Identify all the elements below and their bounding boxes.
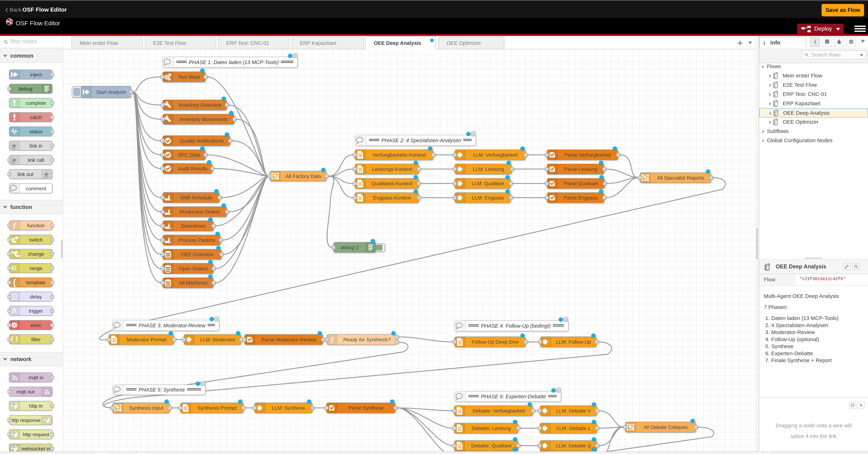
svg-text:range: range bbox=[30, 266, 42, 271]
svg-text:PHASE 4: Follow-Up (bedingt): PHASE 4: Follow-Up (bedingt) bbox=[481, 323, 551, 329]
svg-text:debug 1: debug 1 bbox=[341, 245, 359, 250]
svg-text:Debatte: Verfuegbarkeit: Debatte: Verfuegbarkeit bbox=[472, 408, 525, 414]
svg-text:All Debate Critiques: All Debate Critiques bbox=[644, 424, 688, 430]
svg-text:Synthesis Input: Synthesis Input bbox=[129, 405, 163, 411]
svg-text:PHASE 3: Moderator-Review: PHASE 3: Moderator-Review bbox=[138, 323, 206, 328]
svg-text:comment: comment bbox=[26, 186, 46, 191]
svg-text:Parse Synthese: Parse Synthese bbox=[348, 405, 384, 411]
svg-text:Start Analysis: Start Analysis bbox=[96, 89, 126, 95]
svg-text:complete: complete bbox=[26, 100, 46, 106]
svg-text:Inventory Movements: Inventory Movements bbox=[180, 117, 228, 122]
svg-text:LLM: Engpass: LLM: Engpass bbox=[472, 195, 504, 201]
svg-text:http response: http response bbox=[10, 418, 40, 423]
svg-text:LLM: Qualitaet: LLM: Qualitaet bbox=[472, 181, 504, 186]
svg-text:i: i bbox=[814, 39, 816, 44]
svg-text:PHASE 1: Daten laden (13 MCP-T: PHASE 1: Daten laden (13 MCP-Tools) bbox=[189, 59, 279, 65]
svg-text:OEE Overview: OEE Overview bbox=[181, 252, 214, 257]
svg-text:{: { bbox=[13, 278, 16, 287]
svg-text:Moderator Prompt: Moderator Prompt bbox=[127, 337, 167, 342]
svg-text:exec: exec bbox=[31, 323, 41, 328]
svg-text:LLM: Synthese: LLM: Synthese bbox=[272, 405, 305, 411]
svg-text:change: change bbox=[28, 251, 44, 257]
svg-text:Follow-Up Deep Dive: Follow-Up Deep Dive bbox=[472, 339, 519, 345]
svg-text:All Machines: All Machines bbox=[179, 280, 208, 285]
svg-text:Debatte: Qualitaet: Debatte: Qualitaet bbox=[471, 443, 512, 449]
svg-text:template: template bbox=[26, 280, 45, 285]
svg-text:LLM: Debatte Q: LLM: Debatte Q bbox=[556, 443, 591, 449]
svg-text:Engpass-Kontext: Engpass-Kontext bbox=[373, 195, 411, 201]
svg-text:Leistungs-Kontext: Leistungs-Kontext bbox=[372, 167, 412, 172]
svg-text:Parse Engpass: Parse Engpass bbox=[564, 195, 598, 201]
svg-text:Process Params: Process Params bbox=[179, 237, 215, 243]
svg-text:catch: catch bbox=[30, 115, 42, 120]
svg-text:LLM: Debatte V: LLM: Debatte V bbox=[556, 408, 591, 414]
svg-text:PHASE 2: 4 Spezialisten-Analys: PHASE 2: 4 Spezialisten-Analysen bbox=[381, 138, 461, 143]
svg-text:function: function bbox=[27, 223, 45, 228]
svg-text:mqtt in: mqtt in bbox=[29, 375, 43, 380]
svg-text:mqtt out: mqtt out bbox=[17, 389, 34, 395]
svg-text:SPC Data: SPC Data bbox=[178, 152, 200, 158]
svg-text:Parse Verfuegbarkeit: Parse Verfuegbarkeit bbox=[564, 152, 611, 158]
svg-text:Parse Moderator Review: Parse Moderator Review bbox=[261, 337, 316, 342]
svg-text:status: status bbox=[29, 129, 43, 134]
svg-text:Synthesis Prompt: Synthesis Prompt bbox=[197, 405, 237, 411]
svg-text:Shift Schedule: Shift Schedule bbox=[180, 195, 213, 201]
svg-text:Parse Leistung: Parse Leistung bbox=[564, 167, 597, 172]
svg-text:Qualitaets-Kontext: Qualitaets-Kontext bbox=[372, 181, 413, 186]
svg-text:Ready for Synthesis?: Ready for Synthesis? bbox=[343, 337, 391, 342]
svg-text:All Specialist Reports: All Specialist Reports bbox=[657, 175, 704, 181]
svg-text:LLM: Leistung: LLM: Leistung bbox=[473, 167, 504, 172]
svg-text:trigger: trigger bbox=[29, 308, 43, 314]
svg-text:Open Orders: Open Orders bbox=[179, 266, 208, 271]
svg-text:All Factory Data: All Factory Data bbox=[286, 174, 321, 179]
svg-text:Verfuegbarkeits-Kontext: Verfuegbarkeits-Kontext bbox=[373, 152, 426, 158]
svg-text:link in: link in bbox=[30, 143, 42, 149]
svg-text:LLM: Follow-Up: LLM: Follow-Up bbox=[556, 339, 591, 345]
svg-text:PHASE 6: Experten-Debatte: PHASE 6: Experten-Debatte bbox=[481, 394, 546, 399]
svg-text:http in: http in bbox=[29, 403, 43, 409]
svg-text:delay: delay bbox=[30, 294, 42, 300]
svg-text:Tool Wear: Tool Wear bbox=[178, 74, 200, 80]
svg-text:http request: http request bbox=[23, 432, 49, 437]
svg-text:inject: inject bbox=[30, 72, 42, 78]
svg-text:LLM: Debatte L: LLM: Debatte L bbox=[557, 426, 591, 431]
svg-text:common: common bbox=[10, 53, 33, 59]
svg-text:Downtimes: Downtimes bbox=[181, 223, 206, 229]
svg-text:filter: filter bbox=[31, 337, 41, 342]
svg-text:Inventory Overview: Inventory Overview bbox=[179, 102, 221, 108]
svg-text:network: network bbox=[10, 356, 32, 362]
svg-text:Debatte: Leistung: Debatte: Leistung bbox=[472, 426, 511, 431]
svg-text:Quality Notifications: Quality Notifications bbox=[180, 138, 223, 144]
svg-text:link call: link call bbox=[28, 157, 44, 163]
svg-text:LLM: Moderator: LLM: Moderator bbox=[200, 337, 236, 342]
svg-text:Production Orders: Production Orders bbox=[180, 209, 220, 215]
svg-text:Audit Results: Audit Results bbox=[178, 166, 207, 171]
svg-text:link out: link out bbox=[18, 172, 33, 177]
svg-text:switch: switch bbox=[29, 237, 43, 243]
svg-text:LLM: Verfuegbarkeit: LLM: Verfuegbarkeit bbox=[473, 152, 518, 158]
svg-text:websocket in: websocket in bbox=[21, 446, 50, 452]
svg-text:function: function bbox=[10, 204, 32, 210]
svg-text:PHASE 5: Synthese: PHASE 5: Synthese bbox=[138, 387, 185, 393]
svg-text:debug: debug bbox=[19, 86, 32, 92]
svg-text:Parse Qualitaet: Parse Qualitaet bbox=[564, 181, 598, 186]
